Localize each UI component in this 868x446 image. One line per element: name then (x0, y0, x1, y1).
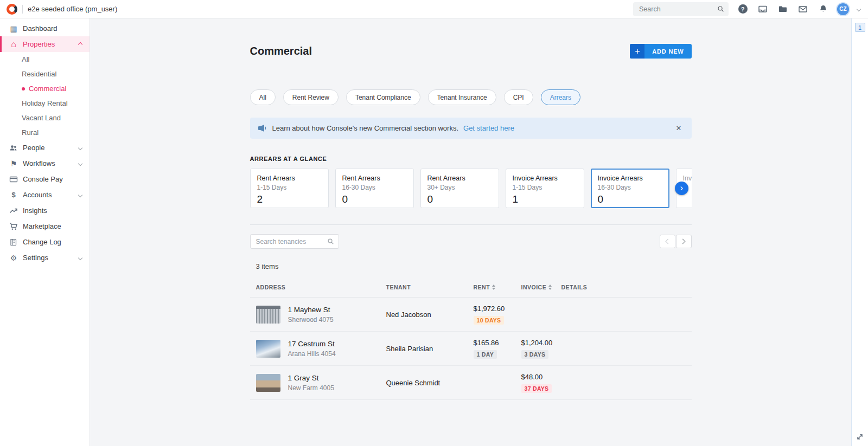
sidebar-item-accounts[interactable]: $ Accounts (0, 187, 90, 203)
divider (250, 224, 692, 225)
card-icon (9, 175, 18, 184)
megaphone-icon (258, 124, 267, 132)
next-page-button[interactable] (676, 235, 692, 248)
address: 17 Cestrum St (288, 340, 336, 348)
locality: Sherwood 4075 (288, 316, 334, 324)
pagination (660, 235, 692, 248)
locality: New Farm 4005 (288, 384, 334, 392)
card-value: 0 (427, 193, 492, 205)
filter-cpi[interactable]: CPI (504, 89, 533, 105)
prev-page-button[interactable] (660, 235, 675, 248)
card-title: Invoice Arrears (683, 174, 692, 182)
sidebar-item-commercial[interactable]: Commercial (0, 81, 90, 96)
chevron-down-icon (78, 192, 82, 197)
table-row[interactable]: 1 Gray St New Farm 4005 Queenie Schmidt … (250, 366, 692, 400)
sidebar-item-workflows[interactable]: ⚑ Workflows (0, 156, 90, 171)
expand-panel-button[interactable] (855, 432, 865, 442)
sub-item-label: Holiday Rental (22, 99, 68, 107)
sidebar-item-label: People (23, 144, 44, 152)
card-title: Invoice Arrears (598, 174, 662, 182)
sidebar-item-marketplace[interactable]: Marketplace (0, 218, 90, 234)
notifications-button[interactable] (817, 3, 829, 15)
flag-icon: ⚑ (9, 160, 18, 167)
page-indicator[interactable]: 1 (855, 23, 865, 32)
sidebar-item-rural[interactable]: Rural (0, 125, 90, 140)
close-icon[interactable]: ✕ (674, 123, 684, 133)
card-subtitle: 16-30 Days (342, 184, 407, 191)
sidebar-item-label: Accounts (23, 191, 52, 199)
tenancy-search[interactable] (250, 234, 339, 249)
app-root: e2e seeded office (pm_user) ? CZ (0, 0, 868, 446)
add-new-button[interactable]: + ADD NEW (630, 44, 691, 59)
help-button[interactable]: ? (737, 3, 749, 15)
card-subtitle: 16-30 Days (598, 184, 662, 191)
glance-card-invoice-1-15[interactable]: Invoice Arrears 1-15 Days 1 (506, 169, 584, 208)
avatar[interactable]: CZ (837, 3, 849, 15)
next-cards-button[interactable]: › (675, 182, 688, 195)
sidebar-item-properties[interactable]: ⌂ Properties (0, 36, 90, 52)
table-row[interactable]: 1 Mayhew St Sherwood 4075 Ned Jacobson $… (250, 298, 692, 332)
column-rent-sort[interactable]: RENT (474, 284, 521, 290)
search-icon (718, 5, 724, 12)
filter-rent-review[interactable]: Rent Review (283, 89, 339, 105)
dollar-icon: $ (9, 191, 18, 198)
inbox-button[interactable] (757, 3, 769, 15)
global-search-input[interactable] (638, 5, 714, 14)
sidebar-item-settings[interactable]: ⚙ Settings (0, 250, 90, 266)
card-title: Invoice Arrears (513, 174, 577, 182)
sidebar-item-people[interactable]: People (0, 140, 90, 156)
console-logo-icon[interactable] (7, 4, 17, 15)
chevron-down-icon[interactable] (857, 7, 861, 11)
get-started-link[interactable]: Get started here (463, 124, 514, 132)
right-rail: 1 (851, 18, 868, 446)
topbar-actions: ? CZ (633, 2, 860, 16)
tenancy-search-input[interactable] (255, 237, 325, 246)
properties-sub-list: All Residential Commercial Holiday Renta… (0, 52, 90, 140)
filter-all[interactable]: All (250, 89, 276, 105)
sidebar-item-all[interactable]: All (0, 52, 90, 67)
filter-arrears[interactable]: Arrears (541, 89, 580, 105)
address: 1 Mayhew St (288, 306, 334, 314)
topbar: e2e seeded office (pm_user) ? CZ (0, 0, 868, 18)
invoice-amount: $48.00 (521, 373, 561, 381)
rent-amount: $165.86 (474, 339, 521, 347)
arrears-glance-heading: ARREARS AT A GLANCE (250, 156, 692, 162)
folder-button[interactable] (777, 3, 789, 15)
sub-item-label: All (22, 55, 29, 63)
glance-card-rent-16-30[interactable]: Rent Arrears 16-30 Days 0 (335, 169, 414, 208)
glance-cards: Rent Arrears 1-15 Days 2 Rent Arrears 16… (250, 169, 692, 208)
sidebar-item-residential[interactable]: Residential (0, 67, 90, 81)
chevron-up-icon (78, 42, 82, 46)
filter-tenant-insurance[interactable]: Tenant Insurance (428, 89, 496, 105)
sidebar-item-dashboard[interactable]: ▦ Dashboard (0, 21, 90, 36)
property-photo (256, 374, 280, 392)
column-tenant: TENANT (386, 284, 474, 290)
sidebar-item-label: Console Pay (23, 175, 63, 183)
sidebar-item-insights[interactable]: Insights (0, 203, 90, 218)
people-icon (9, 144, 18, 152)
chevron-left-icon (666, 239, 671, 244)
sidebar-item-holiday-rental[interactable]: Holiday Rental (0, 96, 90, 111)
glance-card-rent-30plus[interactable]: Rent Arrears 30+ Days 0 (420, 169, 499, 208)
table-row[interactable]: 17 Cestrum St Arana Hills 4054 Sheila Pa… (250, 332, 692, 366)
info-banner: Learn about how Console's new Commercial… (250, 118, 692, 139)
tenancies-table: ADDRESS TENANT RENT INVOICE DETAILS (250, 277, 692, 400)
glance-card-invoice-16-30[interactable]: Invoice Arrears 16-30 Days 0 (591, 169, 669, 208)
sidebar-item-console-pay[interactable]: Console Pay (0, 171, 90, 187)
tenant-name: Sheila Parisian (386, 345, 474, 353)
rent-amount: $1,972.60 (474, 305, 521, 313)
sidebar-item-change-log[interactable]: Change Log (0, 234, 90, 250)
tenant-name: Queenie Schmidt (386, 379, 474, 387)
trend-icon (9, 206, 18, 215)
sidebar-item-vacant-land[interactable]: Vacant Land (0, 111, 90, 125)
sub-item-label: Residential (22, 70, 56, 78)
expand-icon (856, 433, 864, 441)
invoice-overdue-badge: 3 DAYS (521, 350, 549, 359)
column-invoice-sort[interactable]: INVOICE (521, 284, 561, 290)
mail-button[interactable] (797, 3, 809, 15)
global-search[interactable] (633, 2, 729, 16)
card-value: 1 (513, 193, 577, 205)
filter-tenant-compliance[interactable]: Tenant Compliance (346, 89, 420, 105)
card-title: Rent Arrears (342, 174, 407, 182)
glance-card-rent-1-15[interactable]: Rent Arrears 1-15 Days 2 (250, 169, 329, 208)
